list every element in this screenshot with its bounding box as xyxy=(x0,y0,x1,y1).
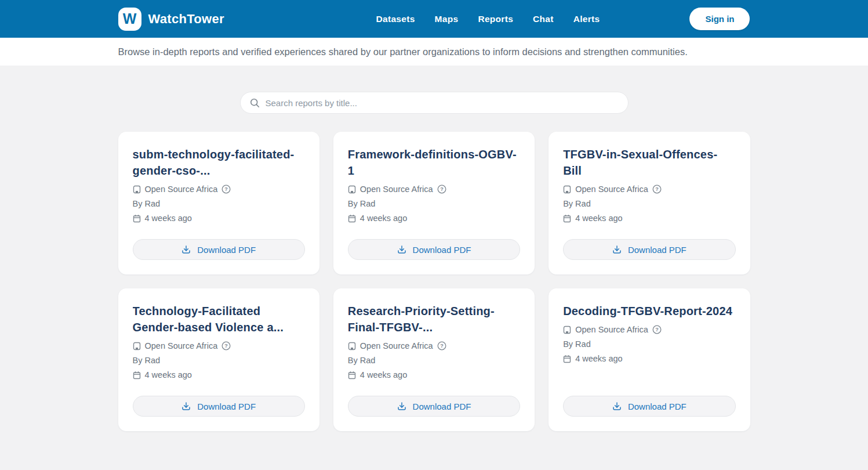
report-author: By Rad xyxy=(563,199,591,208)
download-icon xyxy=(397,402,406,411)
report-source-row: Open Source Africa ? xyxy=(563,325,735,334)
help-icon[interactable]: ? xyxy=(221,185,231,194)
report-source: Open Source Africa xyxy=(145,341,218,350)
report-title: Technology-Facilitated Gender-based Viol… xyxy=(133,303,305,335)
download-label: Download PDF xyxy=(197,402,256,411)
top-navigation-bar: W WatchTower Datasets Maps Reports Chat … xyxy=(0,0,868,38)
report-source: Open Source Africa xyxy=(575,185,648,194)
report-author: By Rad xyxy=(348,199,376,208)
help-icon[interactable]: ? xyxy=(652,325,662,334)
help-icon[interactable]: ? xyxy=(652,185,662,194)
download-pdf-button[interactable]: Download PDF xyxy=(563,396,735,417)
report-author: By Rad xyxy=(133,199,161,208)
search-icon xyxy=(250,98,260,108)
svg-text:?: ? xyxy=(655,327,659,332)
report-card: subm-technology-facilitated-gender-cso-.… xyxy=(118,132,319,274)
nav-item-alerts[interactable]: Alerts xyxy=(573,14,600,24)
report-title: subm-technology-facilitated-gender-cso-.… xyxy=(133,146,305,179)
download-icon xyxy=(397,245,406,254)
calendar-icon xyxy=(133,214,141,223)
main-nav: Datasets Maps Reports Chat Alerts xyxy=(376,14,600,24)
calendar-icon xyxy=(563,355,571,363)
report-author: By Rad xyxy=(348,356,376,365)
report-author-row: By Rad xyxy=(133,199,305,208)
report-author-row: By Rad xyxy=(348,199,520,208)
nav-item-reports[interactable]: Reports xyxy=(478,14,513,24)
report-age-row: 4 weeks ago xyxy=(348,214,520,223)
source-icon xyxy=(348,342,356,350)
report-card: Technology-Facilitated Gender-based Viol… xyxy=(118,288,319,431)
report-age-row: 4 weeks ago xyxy=(133,214,305,223)
download-pdf-button[interactable]: Download PDF xyxy=(563,239,735,260)
brand-name: WatchTower xyxy=(148,12,224,27)
report-age: 4 weeks ago xyxy=(575,354,622,363)
nav-item-maps[interactable]: Maps xyxy=(435,14,459,24)
download-label: Download PDF xyxy=(628,245,687,255)
download-pdf-button[interactable]: Download PDF xyxy=(133,239,305,260)
report-source-row: Open Source Africa ? xyxy=(133,341,305,350)
search-bar[interactable] xyxy=(240,92,629,114)
download-label: Download PDF xyxy=(413,245,471,255)
report-source: Open Source Africa xyxy=(360,341,433,350)
report-age: 4 weeks ago xyxy=(145,214,192,223)
report-source-row: Open Source Africa ? xyxy=(563,185,735,194)
report-source-row: Open Source Africa ? xyxy=(133,185,305,194)
download-label: Download PDF xyxy=(628,402,687,411)
download-pdf-button[interactable]: Download PDF xyxy=(348,239,520,260)
source-icon xyxy=(563,185,571,194)
source-icon xyxy=(133,342,141,350)
svg-text:?: ? xyxy=(440,186,444,192)
calendar-icon xyxy=(563,214,571,223)
intro-text: Browse in-depth reports and verified exp… xyxy=(118,46,688,57)
report-age-row: 4 weeks ago xyxy=(563,214,735,223)
help-icon[interactable]: ? xyxy=(437,341,446,350)
svg-text:?: ? xyxy=(225,343,228,349)
report-card-grid: subm-technology-facilitated-gender-cso-.… xyxy=(118,132,750,431)
report-card: TFGBV-in-Sexual-Offences-Bill Open Sourc… xyxy=(549,132,750,274)
download-label: Download PDF xyxy=(197,245,256,255)
source-icon xyxy=(348,185,356,194)
report-card: Research-Priority-Setting-Final-TFGBV-..… xyxy=(333,288,535,431)
intro-band: Browse in-depth reports and verified exp… xyxy=(0,38,868,66)
report-title: Framework-definitions-OGBV-1 xyxy=(348,146,520,179)
brand[interactable]: W WatchTower xyxy=(118,8,252,31)
svg-text:?: ? xyxy=(655,186,659,192)
report-author-row: By Rad xyxy=(133,356,305,365)
report-age-row: 4 weeks ago xyxy=(348,370,520,379)
report-source-row: Open Source Africa ? xyxy=(348,341,520,350)
download-icon xyxy=(181,245,191,254)
search-input[interactable] xyxy=(266,98,619,108)
download-pdf-button[interactable]: Download PDF xyxy=(348,396,520,417)
help-icon[interactable]: ? xyxy=(221,341,231,350)
report-age: 4 weeks ago xyxy=(575,214,622,223)
report-author-row: By Rad xyxy=(563,339,735,349)
download-pdf-button[interactable]: Download PDF xyxy=(133,396,305,417)
report-age-row: 4 weeks ago xyxy=(133,370,305,379)
report-age-row: 4 weeks ago xyxy=(563,354,735,363)
report-age: 4 weeks ago xyxy=(360,370,407,379)
download-label: Download PDF xyxy=(413,402,471,411)
download-icon xyxy=(612,245,622,254)
report-source: Open Source Africa xyxy=(360,185,433,194)
calendar-icon xyxy=(133,371,141,379)
report-card: Framework-definitions-OGBV-1 Open Source… xyxy=(333,132,535,274)
source-icon xyxy=(563,326,571,334)
svg-text:?: ? xyxy=(440,343,444,349)
report-title: TFGBV-in-Sexual-Offences-Bill xyxy=(563,146,735,179)
report-author-row: By Rad xyxy=(348,356,520,365)
watchtower-logo-icon: W xyxy=(118,8,141,31)
calendar-icon xyxy=(348,371,356,379)
calendar-icon xyxy=(348,214,356,223)
sign-in-button[interactable]: Sign in xyxy=(689,8,750,30)
help-icon[interactable]: ? xyxy=(437,185,446,194)
report-source: Open Source Africa xyxy=(145,185,218,194)
report-source-row: Open Source Africa ? xyxy=(348,185,520,194)
report-title: Decoding-TFGBV-Report-2024 xyxy=(563,303,735,319)
nav-item-chat[interactable]: Chat xyxy=(533,14,554,24)
report-source: Open Source Africa xyxy=(575,325,648,334)
nav-item-datasets[interactable]: Datasets xyxy=(376,14,415,24)
source-icon xyxy=(133,185,141,194)
report-card: Decoding-TFGBV-Report-2024 Open Source A… xyxy=(549,288,750,431)
download-icon xyxy=(612,402,622,411)
report-author: By Rad xyxy=(133,356,161,365)
